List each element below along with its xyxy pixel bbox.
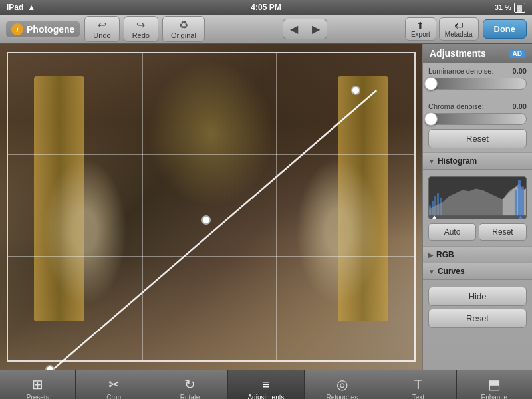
- curves-collapse-icon: ▼: [428, 268, 435, 275]
- curves-content: Hide Reset: [423, 280, 532, 332]
- redo-label: Redo: [132, 31, 150, 39]
- crop-grid: [7, 52, 416, 362]
- rotate-tool-label: Rotate: [180, 394, 200, 399]
- rgb-label: RGB: [436, 250, 454, 259]
- chroma-label: Chroma denoise:: [428, 102, 484, 110]
- luminance-denoise-section: Luminance denoise: 0.00: [423, 63, 532, 98]
- time-label: 4:05 PM: [251, 3, 281, 12]
- enhance-tool-icon: ⬒: [488, 376, 501, 392]
- histogram-display: [428, 176, 527, 219]
- undo-button[interactable]: ↩ Undo: [84, 16, 119, 42]
- rgb-collapse-icon: ▶: [428, 251, 434, 259]
- curves-section-header[interactable]: ▼ Curves: [423, 263, 532, 280]
- main-area: Adjustments AD Luminance denoise: 0.00 C…: [0, 44, 532, 370]
- luminance-value: 0.00: [513, 67, 527, 75]
- svg-rect-11: [429, 215, 526, 219]
- original-button[interactable]: ♻ Original: [162, 16, 205, 42]
- text-tool-label: Text: [412, 394, 424, 400]
- bottom-tool-text[interactable]: TText: [380, 370, 456, 399]
- carrier-label: iPad: [7, 3, 23, 12]
- text-tool-icon: T: [414, 377, 422, 392]
- right-panel: Adjustments AD Luminance denoise: 0.00 C…: [422, 44, 532, 370]
- bottom-toolbar: ⊞Presets✂Crop↻Rotate≡Adjustments◎Retouch…: [0, 370, 532, 399]
- histogram-section-header[interactable]: ▼ Histogram: [423, 153, 532, 170]
- crop-tool-icon: ✂: [108, 376, 120, 392]
- chroma-denoise-section: Chroma denoise: 0.00 Reset: [423, 98, 532, 153]
- original-label: Original: [171, 31, 196, 39]
- export-button[interactable]: ⬆ Export: [405, 17, 436, 41]
- redo-icon: ↪: [136, 19, 145, 31]
- curve-handle-mid[interactable]: [201, 215, 211, 225]
- wifi-icon: ▲: [27, 3, 35, 12]
- redo-button[interactable]: ↪ Redo: [124, 16, 158, 42]
- adjustments-tool-icon: ≡: [262, 377, 270, 392]
- reset-denoise-button[interactable]: Reset: [428, 129, 527, 148]
- undo-icon: ↩: [98, 19, 106, 31]
- metadata-label: Metadata: [445, 31, 473, 38]
- curves-label: Curves: [438, 267, 465, 276]
- panel-badge: AD: [509, 49, 525, 58]
- photo-canvas[interactable]: [0, 44, 422, 370]
- panel-title: Adjustments: [430, 48, 486, 59]
- luminance-thumb: [424, 77, 438, 90]
- export-icon: ⬆: [416, 20, 424, 31]
- original-icon: ♻: [179, 19, 188, 31]
- bottom-tool-presets[interactable]: ⊞Presets: [0, 370, 76, 399]
- reset-histogram-button[interactable]: Reset: [479, 223, 527, 241]
- histogram-label: Histogram: [438, 156, 477, 166]
- histogram-controls: Auto Reset: [428, 222, 527, 242]
- bottom-tool-retouches[interactable]: ◎Retouches: [305, 370, 380, 399]
- crop-tool-label: Crop: [106, 394, 121, 399]
- rgb-section-header[interactable]: ▶ RGB: [423, 247, 532, 263]
- top-toolbar: i Photogene ↩ Undo ↪ Redo ♻ Original ◀ ▶…: [0, 15, 532, 44]
- svg-rect-8: [515, 190, 517, 219]
- svg-rect-9: [518, 180, 521, 219]
- luminance-label: Luminance denoise:: [428, 67, 493, 75]
- chroma-thumb: [424, 112, 438, 126]
- histogram-section: Auto Reset: [423, 170, 532, 247]
- bottom-tool-rotate[interactable]: ↻Rotate: [152, 370, 228, 399]
- metadata-button[interactable]: 🏷 Metadata: [439, 17, 479, 41]
- presets-tool-icon: ⊞: [32, 376, 43, 392]
- histogram-collapse-icon: ▼: [428, 158, 435, 165]
- prev-button[interactable]: ◀: [283, 19, 305, 39]
- next-button[interactable]: ▶: [305, 19, 327, 39]
- nav-buttons: ◀ ▶: [283, 19, 327, 39]
- curve-handle-top[interactable]: [351, 86, 360, 95]
- bottom-tool-adjustments[interactable]: ≡Adjustments: [228, 370, 304, 399]
- metadata-icon: 🏷: [454, 20, 464, 31]
- battery-label: 31 %: [495, 3, 511, 11]
- retouches-tool-icon: ◎: [336, 376, 348, 392]
- export-label: Export: [411, 31, 430, 38]
- rotate-tool-icon: ↻: [184, 376, 196, 392]
- app-logo: i Photogene: [5, 21, 80, 38]
- app-name: Photogene: [27, 24, 74, 35]
- auto-button[interactable]: Auto: [428, 223, 476, 241]
- luminance-slider[interactable]: [428, 78, 527, 90]
- done-button[interactable]: Done: [483, 19, 527, 39]
- curve-handle-bottom[interactable]: [45, 365, 55, 370]
- undo-label: Undo: [93, 31, 110, 39]
- svg-rect-10: [521, 187, 524, 219]
- battery-icon: ▓: [514, 3, 525, 13]
- chroma-value: 0.00: [513, 102, 527, 110]
- reset-curves-button[interactable]: Reset: [428, 309, 527, 328]
- logo-icon: i: [11, 23, 23, 35]
- histogram-chart: [429, 177, 526, 219]
- chroma-slider[interactable]: [428, 113, 527, 125]
- panel-header: Adjustments AD: [423, 44, 532, 63]
- retouches-tool-label: Retouches: [326, 394, 358, 399]
- adjustments-tool-label: Adjustments: [247, 394, 284, 400]
- bottom-tool-enhance[interactable]: ⬒Enhance: [457, 370, 532, 399]
- bottom-tool-crop[interactable]: ✂Crop: [76, 370, 152, 399]
- status-bar: iPad ▲ 4:05 PM 31 % ▓: [0, 0, 532, 15]
- hide-curves-button[interactable]: Hide: [428, 287, 527, 306]
- presets-tool-label: Presets: [27, 394, 49, 399]
- enhance-tool-label: Enhance: [481, 394, 507, 399]
